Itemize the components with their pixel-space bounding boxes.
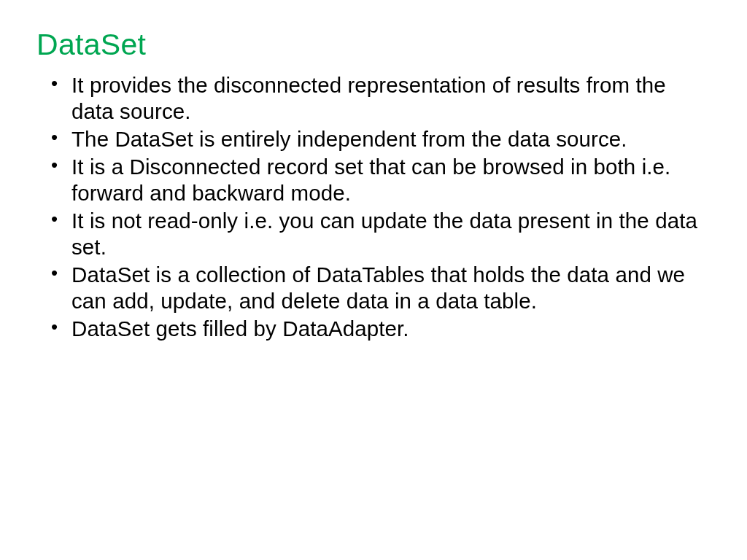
bullet-item: DataSet is a collection of DataTables th…: [71, 262, 711, 314]
bullet-item: It is not read-only i.e. you can update …: [71, 208, 711, 260]
slide-title: DataSet: [36, 28, 711, 62]
bullet-item: DataSet gets filled by DataAdapter.: [71, 316, 711, 342]
bullet-item: It provides the disconnected representat…: [71, 72, 711, 125]
bullet-list: It provides the disconnected representat…: [36, 72, 711, 342]
bullet-item: The DataSet is entirely independent from…: [71, 126, 711, 152]
bullet-item: It is a Disconnected record set that can…: [71, 154, 711, 206]
